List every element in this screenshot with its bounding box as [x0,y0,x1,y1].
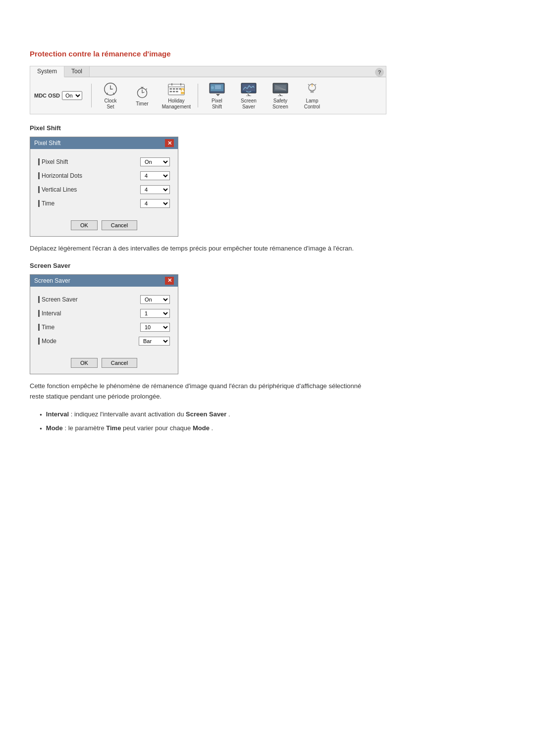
mode-label: Mode [38,338,56,345]
screen-saver-section-header: Screen Saver [30,262,505,269]
horizontal-dots-label: Horizontal Dots [38,172,82,179]
mdc-osd-label: MDC OSD [34,93,60,99]
pixel-shift-dialog-footer: OK Cancel [30,216,178,236]
svg-rect-38 [311,92,314,93]
toolbar-item-safety-screen[interactable]: SafetyScreen [266,80,295,111]
pixel-shift-label: Pixel Shift [38,158,68,165]
dialog-row-horizontal-dots: Horizontal Dots 4 1 2 3 [38,169,170,183]
pixel-shift-select[interactable]: On Off [140,157,170,166]
toolbar-item-screen-saver[interactable]: ScreenSaver [234,80,264,111]
svg-point-22 [211,86,214,89]
toolbar-label-safety-screen: SafetyScreen [272,98,288,110]
clock-icon [102,81,119,97]
svg-rect-14 [173,91,175,93]
toolbar-label-timer: Timer [136,101,148,107]
toolbar-label-pixel-shift: PixelShift [212,98,222,110]
pixel-shift-description: Déplacez légèrement l'écran à des interv… [30,244,376,254]
svg-line-40 [315,84,316,85]
screen-saver-bold: Screen Saver [186,410,226,418]
screen-saver-dialog-title: Screen Saver [34,277,70,284]
mode-bold: Mode [46,424,63,432]
svg-rect-10 [173,88,175,90]
page-title: Protection contre la rémanence d'image [30,50,505,58]
toolbar-label-clock-set: ClockSet [104,98,116,110]
bullet-dot-1: ● [40,412,42,418]
screen-saver-row-label: Screen Saver [38,296,78,303]
svg-line-41 [308,84,309,85]
toolbar-separator-2 [198,84,198,107]
svg-rect-15 [176,91,178,93]
time-select-ss[interactable]: 10 5 15 20 [140,323,170,332]
interval-select[interactable]: 1 2 5 [140,309,170,318]
toolbar-mdc-osd: MDC OSD On Off [34,91,82,100]
interval-bold: Interval [46,410,69,418]
pixel-shift-dialog-titlebar: Pixel Shift ✕ [30,137,178,149]
interval-label: Interval [38,310,61,317]
screen-saver-dialog-body: Screen Saver On Off Interval 1 2 5 Time [30,287,178,354]
dialog-row-screen-saver: Screen Saver On Off [38,293,170,306]
pixel-shift-dialog: Pixel Shift ✕ Pixel Shift On Off Horizon… [30,137,178,237]
mdc-osd-select[interactable]: On Off [62,91,82,100]
lamp-control-icon [303,81,321,97]
pixel-shift-cancel-button[interactable]: Cancel [102,220,137,230]
toolbar-item-pixel-shift[interactable]: PixelShift [202,80,232,111]
screen-saver-cancel-button[interactable]: Cancel [102,358,137,368]
dialog-row-time-ss: Time 10 5 15 20 [38,320,170,334]
dialog-row-pixel-shift: Pixel Shift On Off [38,155,170,169]
toolbar-item-timer[interactable]: Timer [127,83,157,108]
bullet-text-interval: Interval : indiquez l'intervalle avant a… [46,409,230,419]
bar-indicator-ss1 [38,296,40,303]
vertical-lines-select[interactable]: 4 1 2 3 [140,185,170,194]
bullet-item-interval: ● Interval : indiquez l'intervalle avant… [40,409,505,419]
pixel-shift-ok-button[interactable]: OK [71,220,98,230]
bullet-dot-2: ● [40,426,42,432]
dialog-row-time: Time 4 1 2 3 [38,197,170,210]
tab-tool[interactable]: Tool [64,66,90,77]
toolbar-container: System Tool ? MDC OSD On Off ClockSet [30,66,386,114]
mode-bold-2: Mode [193,424,210,432]
bullet-item-mode: ● Mode : le paramètre Time peut varier p… [40,423,505,433]
toolbar-item-holiday[interactable]: HolidayManagement [159,80,194,111]
svg-line-6 [146,89,147,90]
pixel-shift-icon [208,81,226,97]
svg-marker-24 [216,94,220,96]
toolbar-label-screen-saver: ScreenSaver [241,98,257,110]
screen-saver-icon [240,81,258,97]
vertical-lines-label: Vertical Lines [38,186,77,193]
help-icon[interactable]: ? [375,68,384,77]
bar-indicator-ss2 [38,310,40,317]
toolbar-item-clock-set[interactable]: ClockSet [96,80,125,111]
bullet-text-mode: Mode : le paramètre Time peut varier pou… [46,423,213,433]
bullet-list: ● Interval : indiquez l'intervalle avant… [40,409,505,433]
dialog-row-interval: Interval 1 2 5 [38,306,170,320]
svg-rect-23 [215,85,221,89]
toolbar-separator-1 [91,84,92,107]
bar-indicator-2 [38,172,40,179]
screen-saver-ok-button[interactable]: OK [71,358,98,368]
horizontal-dots-select[interactable]: 4 1 2 3 [140,171,170,180]
safety-screen-icon [271,81,289,97]
pixel-shift-dialog-title: Pixel Shift [34,140,60,147]
pixel-shift-dialog-body: Pixel Shift On Off Horizontal Dots 4 1 2… [30,149,178,216]
pixel-shift-section-header: Pixel Shift [30,124,505,132]
dialog-row-mode: Mode Bar Eraser Pixel [38,334,170,348]
screen-saver-dialog: Screen Saver ✕ Screen Saver On Off Inter… [30,274,178,374]
mode-select[interactable]: Bar Eraser Pixel [139,337,170,346]
toolbar-label-lamp-control: LampControl [304,98,320,110]
timer-icon [133,84,151,100]
time-label-pixel: Time [38,200,54,207]
screen-saver-dialog-titlebar: Screen Saver ✕ [30,275,178,287]
svg-rect-9 [169,88,172,90]
screen-saver-dialog-footer: OK Cancel [30,354,178,374]
svg-rect-11 [176,88,178,90]
bar-indicator-ss3 [38,324,40,331]
holiday-icon [167,81,185,97]
dialog-row-vertical-lines: Vertical Lines 4 1 2 3 [38,183,170,197]
toolbar-item-lamp-control[interactable]: LampControl [297,80,327,111]
pixel-shift-close-button[interactable]: ✕ [165,139,174,147]
screen-saver-close-button[interactable]: ✕ [165,277,174,285]
screen-saver-select[interactable]: On Off [140,295,170,304]
tab-system[interactable]: System [30,66,64,77]
time-select-pixel[interactable]: 4 1 2 3 [140,199,170,208]
bar-indicator-4 [38,200,40,207]
